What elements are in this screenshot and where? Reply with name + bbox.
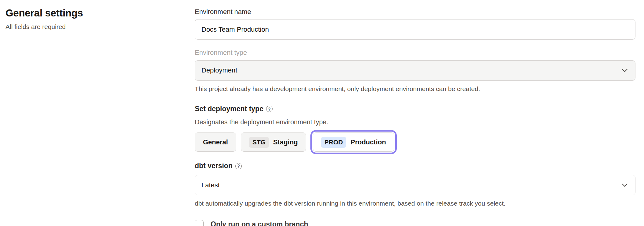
help-icon[interactable]: ? xyxy=(266,106,273,112)
dbt-version-select[interactable]: Latest xyxy=(195,175,635,195)
deployment-type-production-label: Production xyxy=(350,138,386,146)
custom-branch-row: Only run on a custom branch xyxy=(195,220,635,226)
chevron-down-icon xyxy=(622,183,628,187)
environment-name-label: Environment name xyxy=(195,8,635,16)
environment-settings-form: Environment name Environment type Deploy… xyxy=(195,8,635,226)
deployment-type-options: General STG Staging PROD Production xyxy=(195,132,635,152)
environment-type-field: Environment type Deployment This project… xyxy=(195,49,635,93)
deployment-type-description: Designates the deployment environment ty… xyxy=(195,118,635,126)
deployment-type-heading-label: Set deployment type xyxy=(195,105,263,113)
deployment-type-general-label: General xyxy=(203,138,228,146)
dbt-version-helper: dbt automatically upgrades the dbt versi… xyxy=(195,200,635,207)
environment-type-select[interactable]: Deployment xyxy=(195,60,635,81)
deployment-type-staging-button[interactable]: STG Staging xyxy=(241,132,306,152)
deployment-type-general-button[interactable]: General xyxy=(195,132,236,152)
environment-type-label: Environment type xyxy=(195,49,635,57)
environment-type-helper: This project already has a development e… xyxy=(195,85,635,93)
deployment-type-production-button[interactable]: PROD Production xyxy=(313,132,394,152)
environment-type-value: Deployment xyxy=(201,66,237,74)
staging-badge: STG xyxy=(249,137,269,148)
general-settings-header: General settings All fields are required xyxy=(5,7,83,30)
chevron-down-icon xyxy=(622,69,628,72)
dbt-version-value: Latest xyxy=(201,181,220,189)
page-subtitle: All fields are required xyxy=(5,23,83,30)
dbt-version-field: dbt version ? Latest dbt automatically u… xyxy=(195,162,635,207)
environment-name-field: Environment name xyxy=(195,8,635,40)
production-badge: PROD xyxy=(321,137,346,148)
custom-branch-label[interactable]: Only run on a custom branch xyxy=(211,220,308,226)
deployment-type-field: Set deployment type ? Designates the dep… xyxy=(195,105,635,152)
help-icon[interactable]: ? xyxy=(235,163,242,169)
dbt-version-heading-label: dbt version xyxy=(195,162,233,170)
environment-name-input[interactable] xyxy=(195,19,635,40)
dbt-version-heading: dbt version ? xyxy=(195,162,635,170)
custom-branch-checkbox[interactable] xyxy=(195,220,204,226)
page-title: General settings xyxy=(5,7,83,19)
deployment-type-heading: Set deployment type ? xyxy=(195,105,635,113)
deployment-type-staging-label: Staging xyxy=(273,138,298,146)
